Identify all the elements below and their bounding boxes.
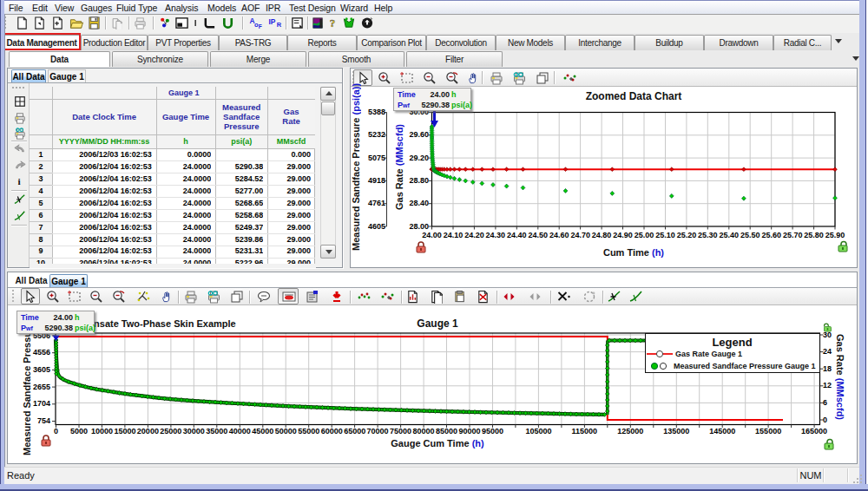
svg-text:R: R <box>277 21 282 29</box>
svg-text:F: F <box>259 23 262 29</box>
svg-text:?: ? <box>330 16 336 29</box>
svg-text:i: i <box>17 176 20 187</box>
svg-text:IP: IP <box>268 17 275 26</box>
